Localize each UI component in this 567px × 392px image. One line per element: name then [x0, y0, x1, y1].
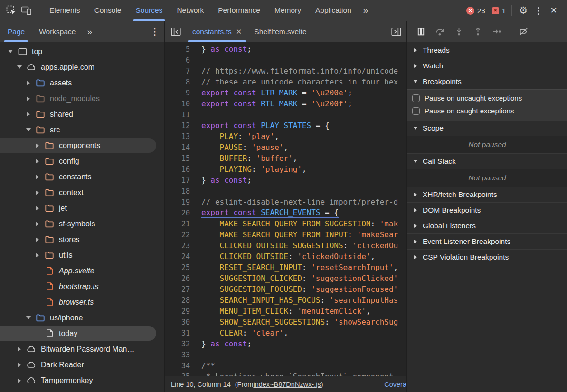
line-number[interactable]: 13 — [165, 132, 190, 141]
expanded-arrow-icon[interactable] — [25, 128, 32, 131]
tree-item-utils[interactable]: utils — [0, 247, 164, 263]
step-over-icon[interactable] — [430, 24, 449, 40]
line-number[interactable]: 24 — [165, 252, 190, 261]
collapsed-arrow-icon[interactable] — [25, 81, 32, 85]
section-watch[interactable]: Watch — [407, 58, 567, 74]
line-number[interactable]: 34 — [165, 362, 190, 370]
line-number[interactable]: 12 — [165, 121, 190, 130]
editor-tab-shelfitem-svelte[interactable]: ShelfItem.svelte — [254, 21, 306, 42]
line-number[interactable]: 20 — [165, 209, 190, 217]
collapsed-arrow-icon[interactable] — [16, 347, 23, 352]
tab-performance[interactable]: Performance — [218, 0, 260, 21]
show-debugger-icon[interactable] — [388, 24, 404, 39]
collapsed-arrow-icon[interactable] — [34, 143, 41, 148]
line-number[interactable]: 8 — [165, 78, 190, 86]
line-number[interactable]: 33 — [165, 351, 190, 359]
section-scope[interactable]: Scope — [407, 120, 567, 136]
checkbox-icon[interactable] — [412, 107, 420, 115]
tree-item-assets[interactable]: assets — [0, 75, 164, 91]
collapsed-arrow-icon[interactable] — [34, 237, 41, 242]
step-into-icon[interactable] — [449, 24, 468, 40]
line-number[interactable]: 29 — [165, 307, 190, 316]
section-global-listeners[interactable]: Global Listeners — [407, 218, 567, 233]
tab-application[interactable]: Application — [315, 0, 351, 21]
collapsed-arrow-icon[interactable] — [34, 206, 41, 211]
line-number[interactable]: 21 — [165, 220, 190, 228]
tree-item-stores[interactable]: stores — [0, 232, 164, 247]
tree-item-dark-reader[interactable]: Dark Reader — [0, 357, 164, 373]
collapsed-arrow-icon[interactable] — [34, 253, 41, 258]
navigator-tab-page[interactable]: Page — [8, 21, 25, 42]
inspect-element-icon[interactable] — [4, 3, 19, 18]
devtools-menu-icon[interactable]: ⋮ — [531, 3, 546, 18]
line-number[interactable]: 31 — [165, 329, 190, 337]
collapsed-arrow-icon[interactable] — [34, 190, 41, 195]
line-number[interactable]: 25 — [165, 263, 190, 272]
line-number[interactable]: 32 — [165, 340, 190, 348]
coverage-link[interactable]: Covera — [384, 381, 406, 388]
line-number[interactable]: 27 — [165, 285, 190, 294]
settings-gear-icon[interactable]: ⚙ — [516, 3, 531, 18]
tree-item-us-iphone[interactable]: us/iphone — [0, 310, 164, 326]
section-xhr-fetch-breakpoints[interactable]: XHR/fetch Breakpoints — [407, 187, 567, 202]
line-number[interactable]: 14 — [165, 143, 190, 152]
line-number[interactable]: 23 — [165, 242, 190, 250]
tree-item-config[interactable]: config — [0, 153, 164, 169]
section-event-listener-breakpoints[interactable]: Event Listener Breakpoints — [407, 233, 567, 249]
section-breakpoints[interactable]: Breakpoints — [407, 74, 567, 89]
line-number[interactable]: 6 — [165, 56, 190, 65]
close-tab-icon[interactable]: ✕ — [236, 28, 242, 36]
more-panels-icon[interactable]: » — [363, 5, 368, 16]
tree-item-apps-apple-com[interactable]: apps.apple.com — [0, 59, 164, 75]
collapsed-arrow-icon[interactable] — [34, 222, 41, 226]
tree-item-src[interactable]: src — [0, 122, 164, 138]
console-errors-badge[interactable]: ✕ 23 ✕ 1 — [466, 7, 506, 15]
tree-item-top[interactable]: top — [0, 44, 164, 59]
tree-item-shared[interactable]: shared — [0, 106, 164, 122]
checkbox-pause-on-uncaught-exceptions[interactable]: Pause on uncaught exceptions — [407, 92, 567, 104]
section-call-stack[interactable]: Call Stack — [407, 153, 567, 169]
section-dom-breakpoints[interactable]: DOM Breakpoints — [407, 202, 567, 218]
expanded-arrow-icon[interactable] — [25, 316, 32, 319]
tree-item-jet[interactable]: jet — [0, 200, 164, 216]
tab-network[interactable]: Network — [177, 0, 204, 21]
tab-sources[interactable]: Sources — [136, 0, 163, 21]
line-number[interactable]: 17 — [165, 176, 190, 185]
hide-navigator-icon[interactable] — [168, 24, 183, 39]
step-icon[interactable] — [487, 24, 506, 40]
tree-item-tampermonkey[interactable]: Tampermonkey — [0, 373, 164, 388]
line-number[interactable]: 9 — [165, 89, 190, 97]
tree-item-node-modules[interactable]: node_modules — [0, 91, 164, 106]
tree-item-constants[interactable]: constants — [0, 169, 164, 185]
code-editor[interactable]: 5} as const;67// https://www.fileformat.… — [165, 42, 406, 376]
checkbox-icon[interactable] — [412, 94, 420, 102]
line-number[interactable]: 16 — [165, 165, 190, 174]
tree-item-bitwarden-password-man[interactable]: Bitwarden Password Man… — [0, 341, 164, 357]
line-number[interactable]: 19 — [165, 198, 190, 206]
tab-memory[interactable]: Memory — [274, 0, 301, 21]
tab-elements[interactable]: Elements — [49, 0, 80, 21]
line-number[interactable]: 22 — [165, 231, 190, 239]
tab-console[interactable]: Console — [94, 0, 122, 21]
tree-item-context[interactable]: context — [0, 185, 164, 200]
line-number[interactable]: 11 — [165, 111, 190, 119]
line-number[interactable]: 28 — [165, 296, 190, 305]
expanded-arrow-icon[interactable] — [7, 50, 14, 53]
tree-item-today[interactable]: today — [0, 326, 164, 341]
section-csp-violation-breakpoints[interactable]: CSP Violation Breakpoints — [407, 249, 567, 265]
collapsed-arrow-icon[interactable] — [25, 96, 32, 101]
tree-item-sf-symbols[interactable]: sf-symbols — [0, 216, 164, 232]
collapsed-arrow-icon[interactable] — [16, 363, 23, 367]
tree-item-browser-ts[interactable]: browser.ts — [0, 294, 164, 310]
line-number[interactable]: 35 — [165, 373, 190, 376]
collapsed-arrow-icon[interactable] — [34, 175, 41, 179]
close-devtools-icon[interactable]: ✕ — [546, 3, 561, 18]
tree-item-bootstrap-ts[interactable]: bootstrap.ts — [0, 279, 164, 294]
pause-icon[interactable] — [411, 24, 430, 40]
sourcemap-file-link[interactable]: index~B87DnNzwx-.js — [253, 381, 321, 388]
line-number[interactable]: 18 — [165, 187, 190, 196]
section-threads[interactable]: Threads — [407, 42, 567, 58]
expanded-arrow-icon[interactable] — [16, 65, 23, 69]
editor-tab-constants-ts[interactable]: constants.ts✕ — [192, 21, 242, 42]
navigator-menu-icon[interactable]: ⋮ — [147, 24, 162, 39]
